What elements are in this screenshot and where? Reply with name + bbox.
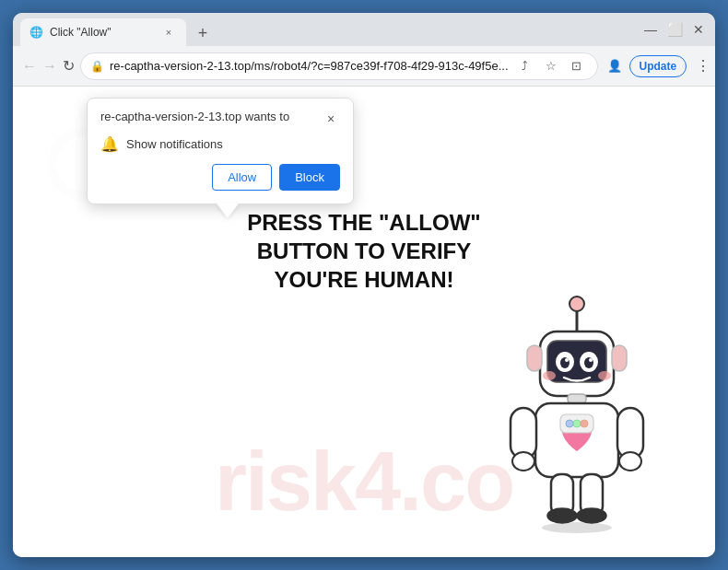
update-button[interactable]: Update: [629, 55, 687, 77]
share-icon[interactable]: ⤴: [514, 55, 536, 77]
heading-line1: PRESS THE "ALLOW" BUTTON TO VERIFY: [247, 210, 480, 263]
minimize-button[interactable]: —: [641, 20, 660, 39]
allow-button[interactable]: Allow: [212, 164, 272, 191]
address-bar[interactable]: 🔒 re-captha-version-2-13.top/ms/robot4/?…: [80, 52, 598, 80]
heading-line2: YOU'RE HUMAN!: [274, 267, 453, 292]
menu-button[interactable]: ⋮: [690, 53, 715, 79]
back-button[interactable]: ←: [22, 53, 37, 79]
profile-icon[interactable]: 👤: [604, 55, 626, 77]
maximize-button[interactable]: ⬜: [665, 20, 684, 39]
browser-window: 🌐 Click "Allow" × + — ⬜ ✕ ← → ↻ 🔒 re-cap…: [13, 13, 715, 557]
active-tab[interactable]: 🌐 Click "Allow" ×: [20, 18, 186, 46]
tab-close-button[interactable]: ×: [160, 24, 177, 41]
popup-buttons: Allow Block: [100, 164, 340, 191]
tab-favicon-icon: 🌐: [29, 26, 42, 39]
popup-close-button[interactable]: ×: [322, 110, 340, 128]
popup-notification-row: 🔔 Show notifications: [100, 135, 340, 153]
tab-area: 🌐 Click "Allow" × +: [20, 13, 638, 46]
close-button[interactable]: ✕: [689, 20, 708, 39]
bookmark-icon[interactable]: ☆: [540, 55, 562, 77]
block-button[interactable]: Block: [279, 164, 340, 191]
forward-button[interactable]: →: [42, 53, 57, 79]
toolbar: ← → ↻ 🔒 re-captha-version-2-13.top/ms/ro…: [13, 46, 715, 87]
popup-site-text: re-captha-version-2-13.top wants to: [100, 110, 322, 123]
bell-icon: 🔔: [100, 135, 119, 153]
main-heading: PRESS THE "ALLOW" BUTTON TO VERIFY YOU'R…: [207, 208, 521, 295]
url-text: re-captha-version-2-13.top/ms/robot4/?c=…: [110, 59, 509, 73]
new-tab-button[interactable]: +: [190, 20, 216, 46]
window-controls: — ⬜ ✕: [641, 20, 708, 39]
title-bar: 🌐 Click "Allow" × + — ⬜ ✕: [13, 13, 715, 46]
lock-icon: 🔒: [90, 60, 104, 73]
tab-title: Click "Allow": [50, 26, 153, 39]
page-content: risk4.co re-captha-version-2-13.top want…: [13, 87, 715, 557]
address-actions: ⤴ ☆ ⊡: [514, 55, 588, 77]
toolbar-right: 👤 Update ⋮: [604, 53, 715, 79]
notification-popup: re-captha-version-2-13.top wants to × 🔔 …: [87, 98, 354, 204]
popup-notification-text: Show notifications: [126, 137, 223, 151]
popup-header: re-captha-version-2-13.top wants to ×: [100, 110, 340, 128]
refresh-button[interactable]: ↻: [63, 53, 75, 79]
split-view-icon[interactable]: ⊡: [566, 55, 588, 77]
speech-bubble-pointer: [217, 204, 239, 218]
